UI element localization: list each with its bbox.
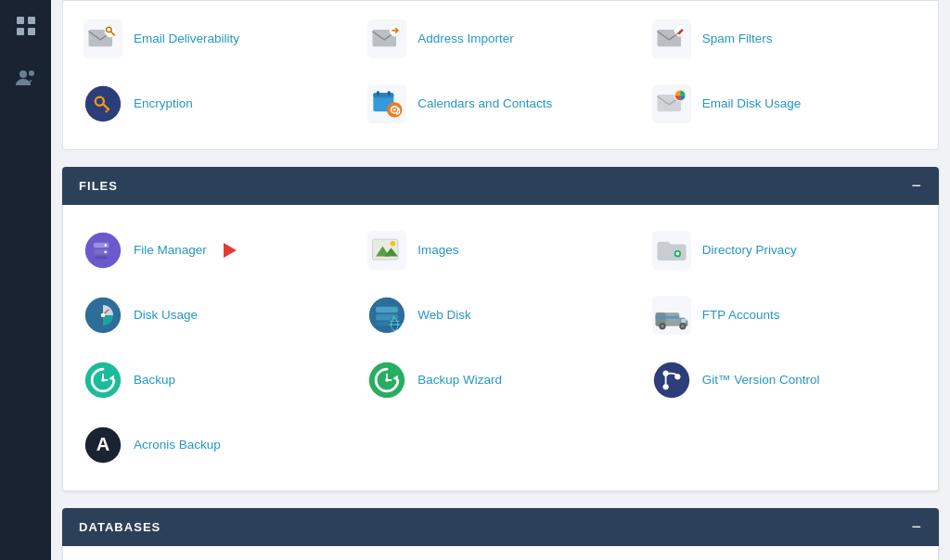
web-disk-item[interactable]: Web Disk bbox=[358, 285, 642, 346]
svg-point-39 bbox=[104, 244, 107, 247]
svg-point-49 bbox=[675, 252, 679, 256]
databases-section-body: phpMyAdmin bbox=[62, 546, 939, 560]
svg-point-82 bbox=[386, 378, 390, 382]
databases-collapse-button[interactable]: − bbox=[911, 517, 922, 537]
images-item[interactable]: Images bbox=[358, 220, 642, 281]
address-importer-label: Address Importer bbox=[417, 31, 514, 47]
email-deliverability-item[interactable]: Email Deliverability bbox=[74, 8, 358, 70]
disk-usage-label: Disk Usage bbox=[134, 307, 198, 324]
email-disk-usage-label: Email Disk Usage bbox=[702, 95, 802, 112]
calendars-contacts-item[interactable]: Calendars and Contacts bbox=[358, 73, 642, 134]
spam-filters-icon bbox=[650, 18, 693, 60]
files-items-grid: File Manager bbox=[74, 220, 927, 476]
backup-label: Backup bbox=[134, 372, 175, 388]
email-deliverability-icon bbox=[82, 18, 124, 60]
email-disk-usage-icon bbox=[650, 83, 693, 125]
address-importer-icon bbox=[366, 18, 408, 60]
svg-point-77 bbox=[101, 378, 105, 382]
email-items-grid: Email Deliverability Address Importer bbox=[74, 8, 927, 134]
files-collapse-button[interactable]: − bbox=[911, 176, 922, 196]
ftp-accounts-icon bbox=[650, 294, 693, 337]
svg-point-40 bbox=[104, 250, 107, 253]
svg-rect-2 bbox=[17, 28, 24, 35]
acronis-backup-item[interactable]: A Acronis Backup bbox=[74, 414, 358, 476]
svg-rect-0 bbox=[17, 17, 24, 24]
databases-header-label: DATABASES bbox=[79, 520, 160, 534]
svg-point-83 bbox=[653, 363, 688, 398]
encryption-item[interactable]: Encryption bbox=[74, 73, 358, 134]
svg-rect-3 bbox=[28, 28, 35, 35]
backup-wizard-label: Backup Wizard bbox=[417, 372, 502, 388]
acronis-backup-icon: A bbox=[82, 424, 124, 466]
directory-privacy-icon bbox=[650, 229, 693, 272]
svg-point-4 bbox=[19, 70, 27, 78]
svg-rect-67 bbox=[681, 319, 686, 324]
file-manager-arrow bbox=[224, 243, 237, 258]
svg-point-71 bbox=[681, 325, 685, 328]
databases-section-header: DATABASES − bbox=[62, 508, 939, 546]
encryption-icon bbox=[82, 83, 124, 125]
email-section-partial: Email Deliverability Address Importer bbox=[62, 0, 939, 150]
email-disk-usage-item[interactable]: Email Disk Usage bbox=[643, 73, 927, 134]
svg-rect-26 bbox=[374, 93, 394, 97]
svg-text:A: A bbox=[96, 434, 110, 454]
ftp-accounts-item[interactable]: FTP Accounts bbox=[643, 285, 927, 346]
directory-privacy-label: Directory Privacy bbox=[702, 242, 797, 259]
files-header-label: FILES bbox=[79, 179, 118, 193]
backup-wizard-icon bbox=[366, 359, 408, 401]
files-section-body: File Manager bbox=[62, 205, 939, 491]
calendars-contacts-icon bbox=[366, 83, 408, 125]
backup-item[interactable]: Backup bbox=[74, 350, 358, 411]
acronis-backup-label: Acronis Backup bbox=[134, 437, 221, 453]
grid-icon[interactable] bbox=[9, 9, 43, 43]
svg-point-46 bbox=[391, 241, 395, 246]
spam-filters-label: Spam Filters bbox=[702, 31, 773, 47]
svg-point-5 bbox=[29, 70, 34, 76]
images-icon bbox=[366, 229, 408, 272]
ftp-accounts-label: FTP Accounts bbox=[702, 307, 780, 324]
web-disk-label: Web Disk bbox=[417, 307, 471, 324]
svg-point-85 bbox=[663, 385, 668, 389]
encryption-label: Encryption bbox=[134, 95, 193, 112]
main-content: Email Deliverability Address Importer bbox=[51, 0, 950, 560]
disk-usage-item[interactable]: Disk Usage bbox=[74, 285, 358, 346]
git-version-control-icon bbox=[650, 359, 693, 401]
git-version-control-item[interactable]: Git™ Version Control bbox=[643, 350, 927, 411]
svg-point-31 bbox=[393, 108, 396, 111]
backup-icon bbox=[82, 359, 124, 401]
svg-point-69 bbox=[661, 325, 664, 328]
directory-privacy-item[interactable]: Directory Privacy bbox=[643, 220, 927, 281]
svg-point-53 bbox=[101, 313, 106, 318]
svg-line-23 bbox=[106, 110, 108, 112]
users-icon[interactable] bbox=[9, 61, 43, 95]
files-section-header: FILES − bbox=[62, 167, 939, 205]
svg-line-22 bbox=[108, 108, 109, 110]
svg-rect-27 bbox=[377, 91, 379, 95]
images-label: Images bbox=[417, 242, 458, 259]
email-deliverability-label: Email Deliverability bbox=[134, 31, 239, 47]
svg-rect-1 bbox=[28, 17, 35, 24]
databases-section: DATABASES − bbox=[62, 508, 939, 560]
svg-rect-72 bbox=[655, 316, 679, 319]
sidebar bbox=[0, 0, 51, 560]
svg-point-17 bbox=[674, 24, 686, 36]
svg-rect-28 bbox=[388, 91, 391, 95]
svg-rect-38 bbox=[96, 256, 108, 259]
file-manager-item[interactable]: File Manager bbox=[74, 220, 358, 281]
address-importer-item[interactable]: Address Importer bbox=[358, 8, 642, 70]
svg-point-58 bbox=[392, 309, 395, 312]
files-section: FILES − bbox=[62, 167, 939, 491]
calendars-contacts-label: Calendars and Contacts bbox=[417, 95, 552, 112]
git-version-control-label: Git™ Version Control bbox=[702, 372, 820, 388]
backup-wizard-item[interactable]: Backup Wizard bbox=[358, 350, 642, 411]
spam-filters-item[interactable]: Spam Filters bbox=[643, 8, 927, 70]
disk-usage-icon bbox=[82, 294, 124, 337]
file-manager-label: File Manager bbox=[134, 242, 207, 259]
web-disk-icon bbox=[366, 294, 408, 337]
file-manager-icon bbox=[82, 229, 124, 272]
